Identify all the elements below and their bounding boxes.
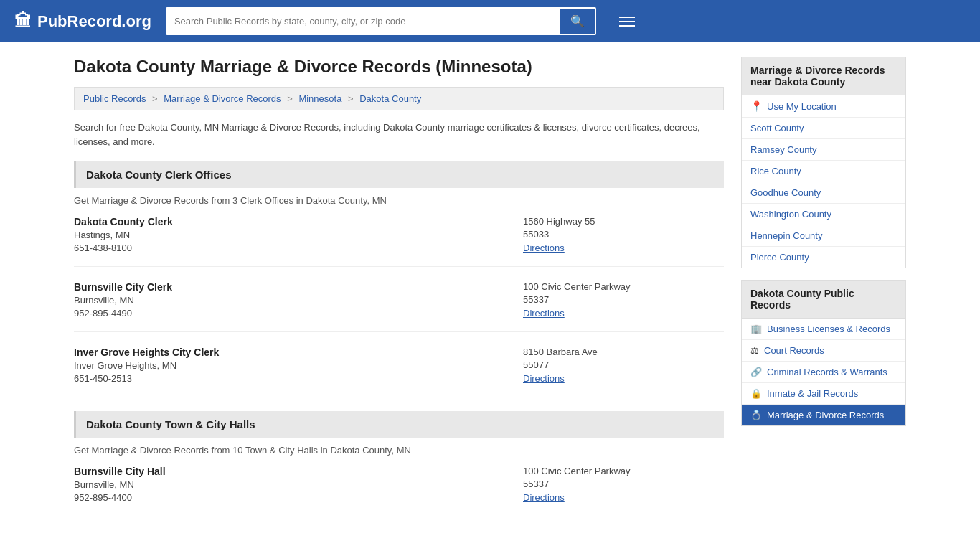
page-title: Dakota County Marriage & Divorce Records… — [74, 57, 724, 77]
breadcrumb-sep-1: > — [152, 93, 160, 104]
court-icon: ⚖ — [750, 345, 759, 356]
search-bar: 🔍 — [166, 7, 596, 35]
sidebar-item-court-records[interactable]: ⚖ Court Records — [742, 340, 905, 362]
record-entry-burnsville-hall: Burnsville City Hall Burnsville, MN 952-… — [74, 466, 724, 516]
link-business-licenses[interactable]: Business Licenses & Records — [767, 324, 890, 334]
section-clerk-offices: Dakota County Clerk Offices Get Marriage… — [74, 161, 724, 397]
section-header-clerk: Dakota County Clerk Offices — [74, 161, 724, 188]
record-entry-dakota-clerk: Dakota County Clerk Hastings, MN 651-438… — [74, 216, 724, 267]
record-address: 100 Civic Center Parkway — [523, 281, 724, 292]
section-desc-clerk: Get Marriage & Divorce Records from 3 Cl… — [74, 195, 724, 206]
logo-text: PubRecord.org — [37, 12, 151, 31]
record-phone: 952-895-4490 — [74, 308, 523, 319]
site-header: 🏛 PubRecord.org 🔍 — [0, 0, 980, 42]
breadcrumb: Public Records > Marriage & Divorce Reco… — [74, 87, 724, 110]
sidebar-item-hennepin-county[interactable]: Hennepin County — [742, 225, 905, 247]
sidebar-link-pierce[interactable]: Pierce County — [750, 252, 809, 263]
record-phone: 952-895-4400 — [74, 492, 523, 503]
record-right: 8150 Barbara Ave 55077 Directions — [523, 347, 724, 384]
sidebar-link-washington[interactable]: Washington County — [750, 209, 831, 220]
breadcrumb-link-minnesota[interactable]: Minnesota — [298, 93, 341, 104]
record-entry-inver-grove: Inver Grove Heights City Clerk Inver Gro… — [74, 347, 724, 397]
record-name: Inver Grove Heights City Clerk — [74, 347, 523, 358]
record-zip: 55077 — [523, 359, 724, 370]
use-location-label: Use My Location — [767, 101, 837, 112]
record-zip: 55337 — [523, 294, 724, 305]
sidebar-item-goodhue-county[interactable]: Goodhue County — [742, 182, 905, 204]
criminal-icon: 🔗 — [750, 367, 762, 377]
directions-link-inver-grove[interactable]: Directions — [523, 373, 565, 384]
link-inmate-records[interactable]: Inmate & Jail Records — [767, 388, 858, 399]
search-button[interactable]: 🔍 — [559, 7, 596, 35]
record-entry-burnsville-clerk: Burnsville City Clerk Burnsville, MN 952… — [74, 281, 724, 332]
sidebar-nearby-list: 📍 Use My Location Scott County Ramsey Co… — [742, 95, 905, 268]
link-marriage-divorce[interactable]: Marriage & Divorce Records — [767, 410, 884, 420]
record-zip: 55033 — [523, 229, 724, 240]
record-zip: 55337 — [523, 479, 724, 489]
record-location: Burnsville, MN — [74, 479, 523, 490]
link-court-records[interactable]: Court Records — [764, 345, 824, 356]
record-address: 8150 Barbara Ave — [523, 347, 724, 357]
record-name: Burnsville City Hall — [74, 466, 523, 477]
sidebar-item-inmate-records[interactable]: 🔒 Inmate & Jail Records — [742, 383, 905, 405]
directions-link-burnsville-hall[interactable]: Directions — [523, 492, 565, 503]
record-name: Burnsville City Clerk — [74, 281, 523, 293]
sidebar-use-location[interactable]: 📍 Use My Location — [742, 95, 905, 118]
sidebar-link-rice[interactable]: Rice County — [750, 166, 801, 176]
sidebar-link-scott[interactable]: Scott County — [750, 123, 804, 133]
directions-link-dakota-clerk[interactable]: Directions — [523, 242, 565, 253]
menu-line-2 — [619, 21, 635, 22]
sidebar-item-marriage-divorce[interactable]: 💍 Marriage & Divorce Records — [742, 405, 905, 425]
sidebar-link-goodhue[interactable]: Goodhue County — [750, 187, 821, 198]
sidebar-nearby-card: Marriage & Divorce Records near Dakota C… — [741, 57, 906, 268]
sidebar-item-ramsey-county[interactable]: Ramsey County — [742, 139, 905, 161]
record-location: Inver Grove Heights, MN — [74, 360, 523, 371]
section-city-halls: Dakota County Town & City Halls Get Marr… — [74, 411, 724, 516]
sidebar-public-records-list: 🏢 Business Licenses & Records ⚖ Court Re… — [742, 319, 905, 425]
link-criminal-records[interactable]: Criminal Records & Warrants — [767, 367, 887, 377]
sidebar: Marriage & Divorce Records near Dakota C… — [741, 57, 906, 530]
record-name: Dakota County Clerk — [74, 216, 523, 227]
breadcrumb-link-marriage-divorce[interactable]: Marriage & Divorce Records — [164, 93, 281, 104]
sidebar-public-records-card: Dakota County Public Records 🏢 Business … — [741, 280, 906, 426]
section-desc-city-halls: Get Marriage & Divorce Records from 10 T… — [74, 445, 724, 456]
location-pin-icon: 📍 — [750, 100, 763, 112]
sidebar-item-scott-county[interactable]: Scott County — [742, 118, 905, 139]
breadcrumb-sep-3: > — [348, 93, 356, 104]
breadcrumb-link-dakota-county[interactable]: Dakota County — [359, 93, 421, 104]
record-address: 100 Civic Center Parkway — [523, 466, 724, 476]
sidebar-link-hennepin[interactable]: Hennepin County — [750, 230, 822, 241]
breadcrumb-link-public-records[interactable]: Public Records — [83, 93, 146, 104]
main-container: Dakota County Marriage & Divorce Records… — [60, 42, 920, 545]
record-location: Burnsville, MN — [74, 295, 523, 306]
directions-link-burnsville-clerk[interactable]: Directions — [523, 308, 565, 319]
record-address: 1560 Highway 55 — [523, 216, 724, 227]
inmate-icon: 🔒 — [750, 388, 762, 399]
record-phone: 651-438-8100 — [74, 242, 523, 253]
sidebar-item-criminal-records[interactable]: 🔗 Criminal Records & Warrants — [742, 362, 905, 383]
record-phone: 651-450-2513 — [74, 373, 523, 384]
business-icon: 🏢 — [750, 324, 762, 334]
record-left: Burnsville City Hall Burnsville, MN 952-… — [74, 466, 523, 503]
sidebar-item-business-licenses[interactable]: 🏢 Business Licenses & Records — [742, 319, 905, 340]
record-right: 100 Civic Center Parkway 55337 Direction… — [523, 466, 724, 503]
sidebar-link-ramsey[interactable]: Ramsey County — [750, 144, 816, 155]
sidebar-item-rice-county[interactable]: Rice County — [742, 161, 905, 182]
breadcrumb-sep-2: > — [287, 93, 295, 104]
search-input[interactable] — [166, 7, 559, 35]
content-area: Dakota County Marriage & Divorce Records… — [74, 57, 724, 530]
menu-line-3 — [619, 25, 635, 27]
record-right: 1560 Highway 55 55033 Directions — [523, 216, 724, 253]
record-left: Dakota County Clerk Hastings, MN 651-438… — [74, 216, 523, 253]
record-left: Burnsville City Clerk Burnsville, MN 952… — [74, 281, 523, 319]
menu-button[interactable] — [616, 14, 638, 29]
sidebar-item-washington-county[interactable]: Washington County — [742, 204, 905, 225]
page-description: Search for free Dakota County, MN Marria… — [74, 121, 724, 149]
section-header-city-halls: Dakota County Town & City Halls — [74, 411, 724, 438]
sidebar-item-pierce-county[interactable]: Pierce County — [742, 247, 905, 268]
site-logo[interactable]: 🏛 PubRecord.org — [14, 11, 151, 32]
marriage-icon: 💍 — [750, 410, 762, 420]
menu-line-1 — [619, 17, 635, 18]
sidebar-nearby-header: Marriage & Divorce Records near Dakota C… — [742, 57, 905, 95]
record-right: 100 Civic Center Parkway 55337 Direction… — [523, 281, 724, 319]
